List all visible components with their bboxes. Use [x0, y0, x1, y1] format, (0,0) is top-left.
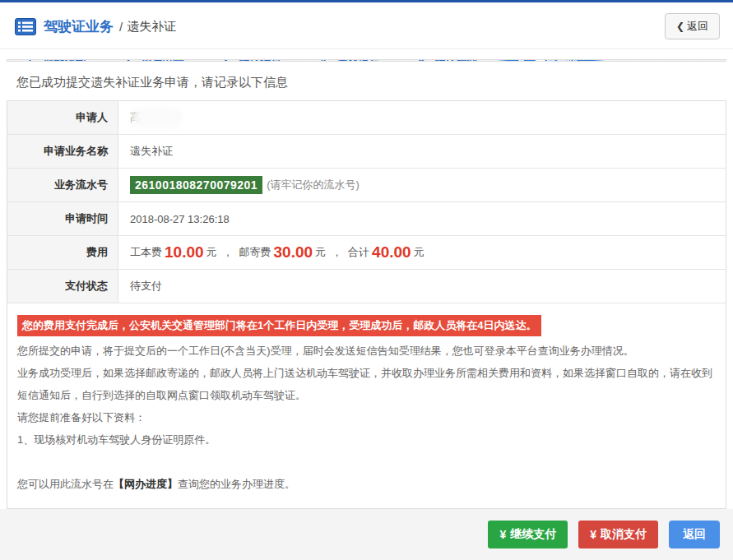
page-title: 驾驶证业务	[44, 17, 114, 36]
license-list-icon	[15, 18, 36, 35]
yen-icon: ¥	[499, 528, 506, 541]
row-value: 261001808270079201 (请牢记你的流水号)	[118, 169, 726, 201]
fee-separator: ，	[223, 245, 234, 260]
wizard-step-1[interactable]: 1、业务须知	[7, 60, 105, 61]
wizard-step-label: 3、确认信息	[222, 59, 281, 62]
row-label: 申请业务名称	[7, 135, 118, 168]
yen-icon: ¥	[590, 528, 596, 541]
return-label: 返回	[683, 527, 706, 542]
fee-name: 合计	[348, 245, 369, 260]
row-label: 申请人	[7, 101, 118, 134]
progress-hint-prefix: 您可以用此流水号在	[17, 478, 114, 490]
row-value: 工本费 10.00 元 ， 邮寄费 30.00 元 ， 合计 40.00 元	[118, 236, 726, 269]
table-row-fee: 费用 工本费 10.00 元 ， 邮寄费 30.00 元 ， 合计 40.00 …	[7, 236, 726, 270]
row-label: 申请时间	[7, 202, 118, 235]
table-row-time: 申请时间 2018-08-27 13:26:18	[7, 202, 726, 236]
chevron-left-icon: ❮	[676, 21, 684, 32]
wizard-step-label: 1、业务须知	[26, 59, 86, 62]
wizard-step-6-active[interactable]: 6、完成提交	[497, 60, 605, 61]
wizard-step-label: 5、确认提交	[418, 59, 477, 62]
back-button[interactable]: ❮返回	[665, 13, 720, 39]
fee-amount: 30.00	[274, 243, 313, 261]
wizard-step-label: 2、用户申告	[124, 59, 183, 62]
page-header: 驾驶证业务 / 遗失补证 ❮返回	[0, 2, 733, 49]
row-value: 遗失补证	[118, 135, 726, 168]
continue-pay-label: 继续支付	[510, 527, 556, 542]
notice-paragraph: 业务成功受理后，如果选择邮政寄递的，邮政人员将上门送达机动车驾驶证，并收取办理业…	[17, 362, 716, 406]
fee-unit: 元	[206, 245, 217, 260]
fee-name: 工本费	[130, 245, 162, 260]
serial-number-badge: 261001808270079201	[130, 176, 262, 194]
return-button[interactable]: 返回	[669, 521, 720, 548]
alert-banner: 您的费用支付完成后，公安机关交通管理部门将在1个工作日内受理，受理成功后，邮政人…	[17, 315, 541, 336]
cancel-pay-button[interactable]: ¥取消支付	[578, 521, 658, 548]
table-row-status: 支付状态 待支付	[7, 270, 726, 303]
breadcrumb-separator: /	[119, 20, 123, 34]
action-bar: ¥继续支付 ¥取消支付 返回	[0, 509, 733, 560]
notice-paragraph: 1、现场核对机动车驾驶人身份证明原件。	[17, 428, 716, 451]
wizard-step-label: 6、完成提交	[518, 59, 578, 62]
fee-amount: 40.00	[372, 243, 411, 261]
row-value: 高	[118, 101, 726, 134]
notice-paragraph: 您所提交的申请，将于提交后的一个工作日(不含当天)受理，届时会发送短信告知受理结…	[17, 340, 716, 362]
wizard-step-2[interactable]: 2、用户申告	[105, 60, 203, 61]
table-row-applicant: 申请人 高	[7, 101, 726, 135]
payment-status: 待支付	[118, 270, 726, 303]
serial-note: (请牢记你的流水号)	[267, 178, 360, 192]
wizard-step-5[interactable]: 5、确认提交	[399, 60, 497, 61]
notice-paragraph: 请您提前准备好以下资料：	[17, 406, 716, 428]
spacer	[17, 451, 716, 473]
wizard-step-4[interactable]: 4、资料填写	[301, 60, 399, 61]
fee-name: 邮寄费	[239, 245, 271, 260]
row-label: 费用	[7, 236, 118, 269]
fee-unit: 元	[414, 245, 424, 260]
breadcrumb-current: 遗失补证	[127, 19, 176, 35]
row-label: 支付状态	[7, 270, 118, 303]
table-row-service: 申请业务名称 遗失补证	[7, 135, 726, 169]
progress-module-name: 【网办进度】	[114, 478, 178, 490]
fee-unit: 元	[315, 245, 326, 260]
progress-hint-suffix: 查询您的业务办理进度。	[178, 478, 295, 490]
notice-section: 您的费用支付完成后，公安机关交通管理部门将在1个工作日内受理，受理成功后，邮政人…	[7, 303, 726, 508]
wizard-step-label: 4、资料填写	[320, 59, 379, 62]
row-value: 2018-08-27 13:26:18	[118, 202, 726, 235]
result-panel: 申请人 高 申请业务名称 遗失补证 业务流水号 2610018082700792…	[7, 100, 726, 509]
back-button-label: 返回	[687, 20, 708, 32]
redaction-blur	[133, 112, 179, 124]
fee-separator: ，	[332, 245, 342, 260]
fee-amount: 10.00	[165, 243, 204, 261]
success-message: 您已成功提交遗失补证业务申请，请记录以下信息	[16, 75, 733, 90]
step-wizard: 1、业务须知 2、用户申告 3、确认信息 4、资料填写 5、确认提交 6、完成提…	[7, 59, 726, 62]
notice-paragraph: 您可以用此流水号在【网办进度】查询您的业务办理进度。	[17, 473, 716, 495]
cancel-pay-label: 取消支付	[601, 527, 647, 542]
continue-pay-button[interactable]: ¥继续支付	[488, 521, 568, 548]
row-label: 业务流水号	[7, 169, 118, 201]
wizard-step-3[interactable]: 3、确认信息	[203, 60, 301, 61]
table-row-serial: 业务流水号 261001808270079201 (请牢记你的流水号)	[7, 169, 726, 202]
